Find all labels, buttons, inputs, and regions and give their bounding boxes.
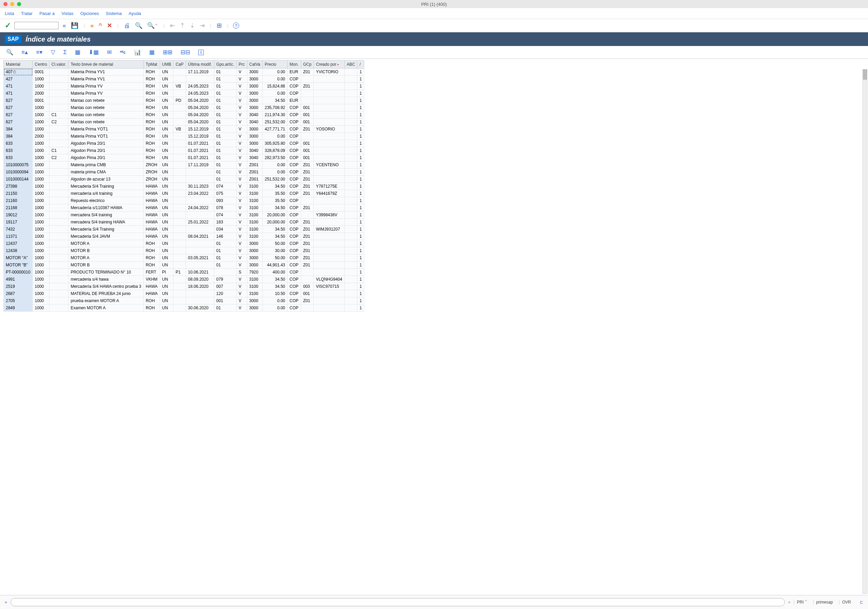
cell-prc[interactable]: V (236, 305, 247, 311)
cell-mon[interactable]: COP (288, 90, 301, 97)
cell-tpmat[interactable]: ROH (143, 140, 160, 147)
cell-centro[interactable]: 1000 (33, 161, 50, 169)
cell-gcp[interactable] (301, 212, 314, 218)
cell-centro[interactable]: 1000 (33, 269, 50, 276)
cell-modif[interactable]: 23.04.2022 (186, 190, 214, 197)
cell-umb[interactable]: UN (160, 112, 174, 119)
cell-clvalor[interactable] (50, 133, 68, 140)
cell-centro[interactable]: 1000 (33, 212, 50, 218)
print-icon[interactable]: 🖨 (123, 22, 131, 29)
scrollbar-thumb[interactable] (863, 70, 867, 80)
cell-umb[interactable]: UN (160, 169, 174, 176)
search-icon[interactable]: 🔍 (134, 22, 143, 29)
cell-precio[interactable]: 35.50 (262, 197, 287, 205)
cell-creado[interactable]: Y3998438V (314, 212, 344, 218)
cell-creado[interactable]: Y7871275E (314, 183, 344, 190)
cell-umb[interactable]: UN (160, 140, 174, 147)
table-row[interactable]: 10100000941000materia prima CMAZROHUN01V… (4, 169, 364, 176)
cell-creado[interactable] (314, 119, 344, 126)
cell-creado[interactable]: Y6441679Z (314, 190, 344, 197)
cell-abc[interactable] (344, 133, 357, 140)
cell-centro[interactable]: 1000 (33, 283, 50, 290)
cell-abc[interactable] (344, 68, 357, 76)
cell-creado[interactable] (314, 169, 344, 176)
table-row[interactable]: 211601000Repuesto electricoHAWAUN093V310… (4, 197, 364, 205)
cell-creado[interactable] (314, 240, 344, 247)
col-tpmat[interactable]: TpMat (143, 60, 160, 68)
cell-cap[interactable] (174, 169, 186, 176)
cell-prc[interactable]: V (236, 112, 247, 119)
vertical-scrollbar[interactable] (863, 69, 867, 594)
cell-material[interactable]: 7432 (4, 226, 33, 233)
cell-centro[interactable]: 1000 (33, 218, 50, 226)
close-button[interactable] (3, 2, 8, 6)
cell-precio[interactable]: 34.50 (262, 205, 287, 212)
cell-prc[interactable]: V (236, 104, 247, 112)
cell-clvalor[interactable] (50, 68, 68, 76)
cell-creado[interactable] (314, 247, 344, 254)
cell-tpmat[interactable]: HAWA (143, 205, 160, 212)
cell-abc[interactable] (344, 176, 357, 183)
col-creado-por[interactable]: Creado por (314, 60, 344, 68)
col-gcp[interactable]: GCp (301, 60, 314, 68)
cell-tpmat[interactable]: ZROH (143, 169, 160, 176)
cell-slash[interactable]: 1 (357, 169, 364, 176)
cell-modif[interactable]: 01.07.2021 (186, 140, 214, 147)
cell-tpmat[interactable]: ZROH (143, 176, 160, 183)
cell-texto[interactable]: Mercadería S/4 HAWA centro prueba 3 (68, 283, 143, 290)
cell-clvalor[interactable] (50, 298, 68, 305)
cell-catva[interactable]: 3040 (247, 112, 262, 119)
cell-tpmat[interactable]: ROH (143, 83, 160, 90)
cell-abc[interactable] (344, 76, 357, 83)
cell-slash[interactable]: 1 (357, 183, 364, 190)
cell-modif[interactable]: 01.07.2021 (186, 147, 214, 154)
col-cap[interactable]: CaP (174, 60, 186, 68)
cell-mon[interactable]: COP (288, 154, 301, 161)
cell-slash[interactable]: 1 (357, 190, 364, 197)
col-prc[interactable]: Prc (236, 60, 247, 68)
cell-material[interactable]: 633 (4, 147, 33, 154)
cell-modif[interactable] (186, 262, 214, 269)
cell-umb[interactable]: UN (160, 190, 174, 197)
cell-texto[interactable]: mercadera S/4 training HAWA (68, 218, 143, 226)
table-row[interactable]: 49911000mercaderia s/4 hawaVKHMUN08.09.2… (4, 276, 364, 283)
cell-umb[interactable]: UN (160, 154, 174, 161)
cell-abc[interactable] (344, 97, 357, 104)
status-layout-icon[interactable]: ⊏ (857, 600, 863, 604)
cell-prc[interactable]: V (236, 298, 247, 305)
cell-catva[interactable]: 3000 (247, 97, 262, 104)
cell-creado[interactable] (314, 233, 344, 240)
cell-abc[interactable] (344, 147, 357, 154)
cell-cap[interactable] (174, 147, 186, 154)
cell-gpo[interactable]: 01 (214, 262, 236, 269)
back-icon[interactable]: « (90, 22, 95, 29)
table-row[interactable]: 124381000MOTOR BROHUN01V300030.00COPZ011 (4, 247, 364, 254)
cell-modif[interactable]: 08.04.2021 (186, 233, 214, 240)
cell-centro[interactable]: 1000 (33, 169, 50, 176)
cell-abc[interactable] (344, 290, 357, 298)
cell-umb[interactable]: UN (160, 104, 174, 112)
cell-tpmat[interactable]: HAWA (143, 212, 160, 218)
cell-texto[interactable]: mercadería s/4 training (68, 190, 143, 197)
cell-cap[interactable] (174, 90, 186, 97)
cell-clvalor[interactable] (50, 262, 68, 269)
cell-modif[interactable]: 17.11.2019 (186, 68, 214, 76)
cell-abc[interactable] (344, 212, 357, 218)
cell-clvalor[interactable] (50, 212, 68, 218)
cell-slash[interactable]: 1 (357, 104, 364, 112)
cell-centro[interactable]: 1000 (33, 104, 50, 112)
cell-mon[interactable]: COP (288, 276, 301, 283)
cell-catva[interactable]: 3000 (247, 262, 262, 269)
cell-prc[interactable]: V (236, 176, 247, 183)
table-row[interactable]: 407⎙0001Materia Prima YV1ROHUN17.11.2019… (4, 68, 364, 76)
cell-prc[interactable]: V (236, 83, 247, 90)
cell-centro[interactable]: 1000 (33, 226, 50, 233)
cell-catva[interactable]: 3040 (247, 154, 262, 161)
cell-mon[interactable]: COP (288, 104, 301, 112)
cell-precio[interactable]: 34.50 (262, 97, 287, 104)
cell-catva[interactable]: 3000 (247, 240, 262, 247)
cell-umb[interactable]: UN (160, 240, 174, 247)
cell-precio[interactable]: 305,925.80 (262, 140, 287, 147)
cell-gcp[interactable]: Z01 (301, 240, 314, 247)
cell-slash[interactable]: 1 (357, 276, 364, 283)
